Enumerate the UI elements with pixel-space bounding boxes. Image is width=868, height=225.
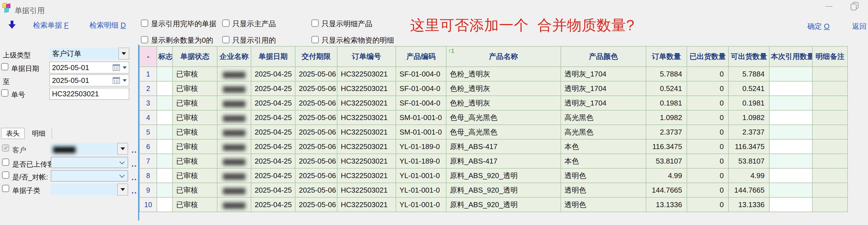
col-header-code[interactable]: 产品编码 bbox=[396, 46, 446, 67]
chevron-down-icon[interactable] bbox=[123, 67, 127, 69]
table-row[interactable]: 5已审核▆▆▆▆2025-04-252025-05-06HC322503021S… bbox=[140, 125, 847, 139]
restore-icon[interactable] bbox=[850, 2, 859, 11]
table-row[interactable]: 6已审核▆▆▆▆2025-04-252025-05-06HC322503021Y… bbox=[140, 139, 847, 154]
table-row[interactable]: 1已审核▆▆▆▆2025-04-252025-05-06HC322503021S… bbox=[140, 67, 847, 81]
cell-color: 透明灰_1704 bbox=[561, 96, 646, 110]
table-row[interactable]: 10已审核▆▆▆▆2025-04-252025-05-06HC322503021… bbox=[140, 197, 847, 212]
cell-deadline: 2025-05-06 bbox=[295, 154, 337, 168]
date-from-input[interactable]: 2025-05-01 bbox=[50, 62, 129, 73]
col-header-note[interactable]: 明细备注 bbox=[812, 46, 847, 67]
cell-ref-qty[interactable] bbox=[769, 67, 812, 81]
col-header-deadline[interactable]: 交付期限 bbox=[295, 46, 337, 67]
checkbox-only-referenced[interactable] bbox=[222, 36, 229, 43]
col-header-doc-date[interactable]: 单据日期 bbox=[251, 46, 295, 67]
checkbox-show-zero-remaining[interactable] bbox=[141, 36, 148, 43]
table-row[interactable]: 8已审核▆▆▆▆2025-04-252025-05-06HC322503021Y… bbox=[140, 168, 847, 183]
col-header-available[interactable]: 可出货数量 bbox=[728, 46, 769, 67]
cell-flag bbox=[157, 81, 173, 96]
cell-company: ▆▆▆▆ bbox=[217, 67, 251, 81]
table-row[interactable]: 2已审核▆▆▆▆2025-04-252025-05-06HC322503021S… bbox=[140, 81, 847, 96]
filter-only-detail-product[interactable]: 只显示明细产品 bbox=[311, 20, 372, 28]
parent-type-combo[interactable]: 客户订单 bbox=[50, 48, 129, 60]
cell-ref-qty[interactable] bbox=[769, 81, 812, 96]
cell-ref-qty[interactable] bbox=[769, 183, 812, 197]
cell-available: 5.7884 bbox=[728, 67, 769, 81]
cell-ref-qty[interactable] bbox=[769, 168, 812, 183]
cell-color: 透明色 bbox=[561, 197, 646, 212]
checkbox-doc-subtype[interactable] bbox=[2, 185, 9, 192]
chevron-down-icon[interactable] bbox=[123, 79, 127, 82]
col-header-flag[interactable]: 标志 bbox=[157, 46, 173, 67]
cell-qty: 116.3475 bbox=[646, 139, 687, 154]
filter-only-referenced[interactable]: 只显示引用的 bbox=[222, 36, 276, 44]
cell-order-no: HC322503021 bbox=[337, 81, 396, 96]
cell-ref-qty[interactable] bbox=[769, 96, 812, 110]
date-to-input[interactable]: 2025-05-01 bbox=[50, 75, 129, 86]
cell-note bbox=[812, 197, 847, 212]
confirm-button[interactable]: 确定 O bbox=[807, 22, 830, 31]
col-header-select[interactable]: - bbox=[140, 46, 157, 67]
checkbox-reconciled[interactable] bbox=[2, 172, 9, 179]
cell-qty: 1.0982 bbox=[646, 110, 687, 125]
uploaded-customer-select[interactable] bbox=[51, 157, 128, 168]
calendar-icon[interactable] bbox=[113, 77, 120, 84]
cell-status: 已审核 bbox=[173, 154, 217, 168]
checkbox-doc-no[interactable] bbox=[1, 89, 8, 97]
col-header-ref-qty[interactable]: 本次引用数量 bbox=[769, 46, 812, 67]
table-row[interactable]: 4已审核▆▆▆▆2025-04-252025-05-06HC322503021S… bbox=[140, 110, 847, 125]
customer-combo[interactable]: ▆▆▆▆ bbox=[50, 143, 128, 155]
cell-ref-qty[interactable] bbox=[769, 154, 812, 168]
tab-detail[interactable]: 明细 bbox=[26, 128, 52, 139]
cell-ref-qty[interactable] bbox=[769, 139, 812, 154]
calendar-icon[interactable] bbox=[113, 64, 120, 71]
reconciled-select[interactable] bbox=[51, 170, 128, 182]
table-row[interactable]: 9已审核▆▆▆▆2025-04-252025-05-06HC322503021Y… bbox=[140, 183, 847, 197]
col-header-order-no[interactable]: 订单编号 bbox=[337, 46, 396, 67]
cell-ref-qty[interactable] bbox=[769, 110, 812, 125]
company-redacted: ▆▆▆▆ bbox=[223, 113, 245, 122]
col-header-qty[interactable]: 订单数量 bbox=[646, 46, 687, 67]
checkbox-only-detail-product[interactable] bbox=[311, 20, 319, 27]
cell-qty: 0.1981 bbox=[646, 96, 687, 110]
col-header-company[interactable]: 企业名称 bbox=[217, 46, 251, 67]
uploaded-customer-more-button[interactable]: .. bbox=[131, 161, 137, 167]
cell-ref-qty[interactable] bbox=[769, 125, 812, 139]
chevron-down-icon[interactable] bbox=[119, 48, 129, 60]
checkbox-only-searched-material[interactable] bbox=[311, 36, 319, 43]
doc-no-input[interactable]: HC322503021 bbox=[50, 88, 129, 100]
filter-only-searched-material[interactable]: 只显示检索物资的明细 bbox=[311, 36, 394, 44]
chevron-down-icon bbox=[119, 159, 124, 164]
doc-subtype-combo[interactable] bbox=[50, 184, 128, 195]
reconciled-more-button[interactable]: .. bbox=[131, 175, 137, 180]
doc-subtype-more-button[interactable]: .. bbox=[131, 188, 137, 193]
cell-shipped: 0 bbox=[687, 96, 728, 110]
customer-more-button[interactable]: .. bbox=[131, 147, 137, 153]
cell-note bbox=[812, 125, 847, 139]
cell-code: SF-01-004-0 bbox=[396, 67, 446, 81]
cell-ref-qty[interactable] bbox=[769, 197, 812, 212]
table-row[interactable]: 7已审核▆▆▆▆2025-04-252025-05-06HC322503021Y… bbox=[140, 154, 847, 168]
col-header-color[interactable]: 产品颜色 bbox=[561, 46, 646, 67]
col-header-status[interactable]: 单据状态 bbox=[173, 46, 217, 67]
filter-show-zero-remaining[interactable]: 显示剩余数量为0的 bbox=[141, 36, 213, 44]
chevron-down-icon[interactable] bbox=[117, 184, 128, 195]
cell-code: YL-01-189-0 bbox=[396, 139, 446, 154]
back-button[interactable]: 返回 bbox=[852, 22, 867, 31]
col-header-name[interactable]: ↑1产品名称 bbox=[446, 46, 561, 67]
checkbox-only-main-product[interactable] bbox=[222, 20, 229, 27]
minimize-icon[interactable]: — bbox=[824, 1, 834, 11]
col-header-shipped[interactable]: 已出货数量 bbox=[687, 46, 728, 67]
filter-show-used-up[interactable]: 显示引用完毕的单据 bbox=[141, 20, 216, 28]
cell-deadline: 2025-05-06 bbox=[295, 96, 337, 110]
checkbox-doc-date[interactable] bbox=[1, 63, 8, 70]
filter-only-main-product[interactable]: 只显示主产品 bbox=[222, 20, 276, 28]
table-row[interactable]: 3已审核▆▆▆▆2025-04-252025-05-06HC322503021S… bbox=[140, 96, 847, 110]
cell-flag bbox=[157, 67, 173, 81]
cell-date: 2025-04-25 bbox=[251, 125, 295, 139]
cell-available: 0.1981 bbox=[728, 96, 769, 110]
checkbox-show-used-up[interactable] bbox=[141, 20, 148, 27]
checkbox-uploaded-customer[interactable] bbox=[2, 158, 9, 166]
cell-note bbox=[812, 139, 847, 154]
chevron-down-icon[interactable] bbox=[117, 143, 128, 155]
tab-header[interactable]: 表头 bbox=[1, 128, 25, 139]
